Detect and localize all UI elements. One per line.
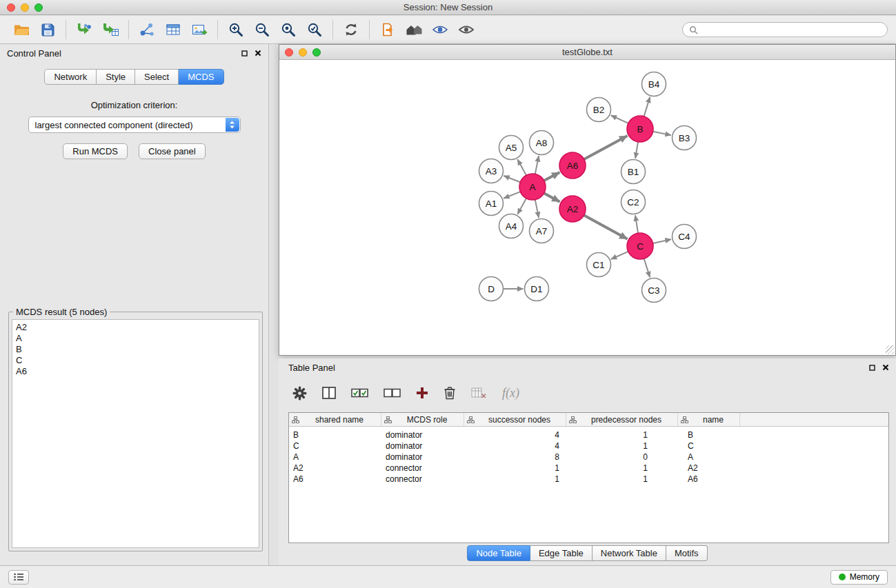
save-session-icon[interactable] [34, 19, 61, 41]
network-canvas[interactable]: B4B2BB3A5A8A6B1A3AC2A1A2A4A7C4CC1C3DD1 [279, 61, 895, 355]
graph-node-A1[interactable]: A1 [479, 192, 504, 216]
zoom-window-icon[interactable] [34, 3, 43, 12]
toggle-style-icon[interactable] [427, 19, 453, 41]
task-history-icon[interactable] [8, 570, 29, 585]
memory-button[interactable]: Memory [830, 570, 888, 585]
graph-edge-A2-C[interactable] [584, 215, 628, 239]
refresh-icon[interactable] [338, 19, 364, 41]
new-table-icon[interactable] [160, 19, 186, 41]
network-close-icon[interactable] [285, 48, 293, 57]
graph-edge-A-A2[interactable] [544, 193, 560, 202]
graph-edge-C-C4[interactable] [653, 239, 671, 243]
graph-node-D1[interactable]: D1 [525, 277, 549, 301]
graph-node-B3[interactable]: B3 [673, 126, 697, 150]
graph-node-C[interactable]: C [627, 233, 653, 259]
graph-edge-A-A5[interactable] [517, 159, 526, 175]
zoom-fit-icon[interactable] [275, 19, 301, 41]
run-mcds-button[interactable]: Run MCDS [63, 143, 128, 159]
table-row[interactable]: Bdominator41B [289, 429, 888, 440]
delete-column-trash-icon[interactable] [444, 386, 456, 400]
graph-edge-B-B2[interactable] [611, 115, 628, 123]
toggle-details-eye-icon[interactable] [453, 19, 479, 41]
graph-edge-A-A1[interactable] [504, 192, 520, 199]
graph-edge-C-C2[interactable] [635, 215, 638, 233]
import-network-from-file-icon[interactable] [71, 19, 97, 41]
mcds-result-item[interactable]: B [16, 344, 255, 355]
mcds-result-item[interactable]: C [16, 355, 255, 366]
minimize-window-icon[interactable] [21, 3, 29, 12]
graph-edge-C-C3[interactable] [644, 258, 650, 277]
graph-node-A7[interactable]: A7 [530, 219, 554, 243]
function-builder-icon[interactable]: f(x) [502, 386, 519, 401]
tab-mcds[interactable]: MCDS [179, 69, 223, 85]
graph-edge-C-C1[interactable] [611, 252, 628, 259]
tab-motifs[interactable]: Motifs [666, 545, 708, 561]
graph-node-B[interactable]: B [627, 116, 653, 142]
graph-node-A2[interactable]: A2 [559, 196, 586, 222]
table-row[interactable]: A2connector11A2 [289, 463, 888, 474]
open-recent-icon[interactable] [375, 19, 401, 41]
mcds-result-item[interactable]: A2 [16, 322, 255, 333]
optimization-criterion-dropdown[interactable]: largest connected component (directed) [28, 116, 241, 133]
float-table-panel-icon[interactable] [869, 365, 875, 371]
resize-grip[interactable] [886, 345, 895, 354]
graph-node-A[interactable]: A [519, 174, 546, 200]
graph-node-B1[interactable]: B1 [621, 160, 646, 184]
show-column-panel-icon[interactable] [322, 387, 336, 399]
graph-edge-A-A6[interactable] [544, 172, 560, 181]
graph-node-D[interactable]: D [479, 277, 504, 301]
mcds-result-item[interactable]: A6 [16, 366, 255, 377]
search-input[interactable] [702, 25, 881, 35]
table-row[interactable]: Adominator80A [289, 452, 888, 463]
graph-node-A5[interactable]: A5 [499, 136, 524, 160]
tab-style[interactable]: Style [97, 69, 135, 85]
table-row[interactable]: A6connector11A6 [289, 474, 888, 485]
select-all-columns-icon[interactable] [351, 387, 368, 398]
tab-edge-table[interactable]: Edge Table [530, 545, 593, 561]
deselect-all-columns-icon[interactable] [384, 387, 401, 398]
graph-node-A3[interactable]: A3 [479, 159, 504, 183]
graph-node-C1[interactable]: C1 [587, 253, 611, 277]
table-settings-gear-icon[interactable] [292, 386, 307, 401]
tab-network-table[interactable]: Network Table [593, 545, 666, 561]
network-minimize-icon[interactable] [299, 48, 307, 57]
close-window-icon[interactable] [7, 3, 15, 12]
close-panel-button[interactable]: Close panel [139, 143, 206, 159]
column-header[interactable]: predecessor nodes [566, 413, 678, 426]
new-network-icon[interactable] [134, 19, 160, 41]
mcds-result-item[interactable]: A [16, 333, 255, 344]
network-zoom-icon[interactable] [312, 48, 321, 57]
graph-edge-A-A8[interactable] [535, 156, 539, 174]
open-session-icon[interactable] [8, 19, 34, 41]
graph-node-C3[interactable]: C3 [642, 278, 666, 303]
tab-node-table[interactable]: Node Table [467, 545, 530, 561]
graph-node-C4[interactable]: C4 [673, 225, 697, 249]
graph-node-A6[interactable]: A6 [559, 152, 586, 179]
zoom-out-icon[interactable] [249, 19, 275, 41]
graph-node-A8[interactable]: A8 [530, 131, 554, 155]
column-header[interactable]: name [678, 413, 740, 426]
search-field[interactable] [682, 22, 888, 37]
close-panel-icon[interactable] [255, 50, 261, 57]
float-panel-icon[interactable] [241, 50, 248, 57]
graph-node-B4[interactable]: B4 [642, 72, 666, 97]
graph-edge-B-B3[interactable] [653, 132, 671, 135]
graph-edge-B-B4[interactable] [644, 97, 650, 116]
create-column-plus-icon[interactable] [416, 387, 428, 399]
delete-table-icon[interactable] [471, 387, 487, 398]
zoom-in-icon[interactable] [223, 19, 249, 41]
zoom-selected-icon[interactable] [301, 19, 328, 41]
graph-edge-A6-B[interactable] [584, 136, 628, 159]
graph-edge-A-A7[interactable] [535, 200, 539, 218]
tab-select[interactable]: Select [135, 69, 179, 85]
graph-edge-B-B1[interactable] [635, 142, 638, 159]
column-header[interactable]: MCDS role [381, 413, 464, 426]
export-image-icon[interactable] [186, 19, 212, 41]
graph-node-C2[interactable]: C2 [621, 190, 646, 214]
home-icon[interactable] [401, 19, 427, 41]
table-row[interactable]: Cdominator41C [289, 440, 888, 452]
graph-edge-A-A4[interactable] [517, 199, 526, 214]
column-header[interactable]: shared name [289, 413, 381, 426]
graph-edge-A-A3[interactable] [504, 176, 520, 182]
column-header[interactable]: successor nodes [464, 413, 566, 426]
